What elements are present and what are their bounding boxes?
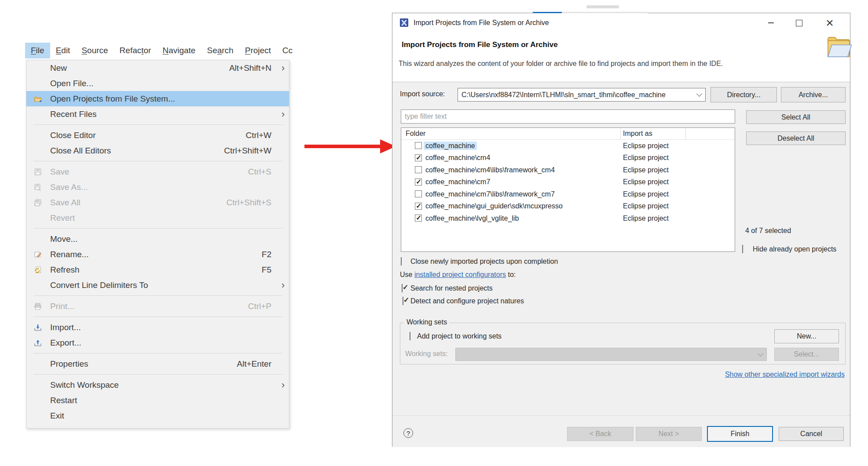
help-icon[interactable]	[403, 428, 413, 438]
submenu-arrow-icon	[275, 381, 285, 390]
menu-item[interactable]: Exit	[26, 408, 289, 423]
project-checkbox[interactable]	[415, 203, 422, 210]
table-header[interactable]: Folder Import as	[401, 128, 735, 140]
maximize-button[interactable]	[791, 16, 806, 30]
menu-item[interactable]	[33, 124, 283, 125]
menu-item-shortcut: Ctrl+W	[245, 131, 275, 140]
table-row[interactable]: coffee_machine\cm4\libs\framework_cm4 Ec…	[401, 164, 735, 176]
menubar-item[interactable]: Refactor	[114, 43, 157, 58]
select-all-button[interactable]: Select All	[746, 110, 846, 124]
menubar-item[interactable]: Cc	[277, 43, 298, 58]
menu-item-label: Save All	[50, 198, 81, 208]
menu-item[interactable]: Revert	[26, 210, 289, 226]
installed-configurators-link[interactable]: installed project configurators	[414, 271, 506, 278]
menu-item-label: Close All Editors	[50, 146, 111, 156]
menubar-item[interactable]: Navigate	[157, 43, 201, 58]
menu-item[interactable]: Open File...	[26, 76, 289, 91]
close-button[interactable]	[822, 16, 837, 30]
project-folder-cell: coffee_machine\cm7	[425, 178, 490, 186]
menu-item[interactable]: Move...	[26, 231, 289, 247]
menu-item[interactable]: Open Projects from File System...	[26, 91, 289, 106]
import-source-combo[interactable]: C:\Users\nxf88472\Intern\TLHMI\sln_smart…	[458, 88, 706, 102]
project-import-as-cell: Eclipse project	[623, 166, 669, 174]
menu-item[interactable]: Rename... F2	[26, 247, 289, 262]
minimize-button[interactable]	[763, 16, 778, 30]
dialog-titlebar[interactable]: Import Projects from File System or Arch…	[392, 13, 850, 32]
search-nested-checkbox[interactable]	[402, 284, 403, 292]
table-row[interactable]: coffee_machine\lvgl_vglite_lib Eclipse p…	[401, 212, 735, 225]
column-header-import-as[interactable]: Import as	[623, 130, 652, 138]
table-row[interactable]: coffee_machine\cm4 Eclipse project	[401, 152, 735, 164]
background-window-fragment	[586, 5, 619, 8]
table-row[interactable]: coffee_machine\cm7\libs\framework_cm7 Ec…	[401, 188, 735, 200]
menu-item-shortcut: F5	[262, 265, 275, 275]
menu-item[interactable]: Save All Ctrl+Shift+S	[26, 195, 289, 210]
menu-item-label: Open File...	[50, 79, 93, 88]
menu-item[interactable]	[33, 374, 283, 375]
menubar-item[interactable]: Edit	[50, 43, 76, 58]
menu-item[interactable]	[33, 228, 283, 229]
menu-item[interactable]: Export...	[26, 335, 289, 350]
menu-item-label: Export...	[50, 338, 81, 348]
other-wizards-link[interactable]: Show other specialized import wizards	[725, 371, 845, 379]
menu-item[interactable]	[33, 353, 283, 353]
cancel-button[interactable]: Cancel	[779, 427, 844, 441]
selection-summary: 4 of 7 selected	[745, 227, 791, 235]
menu-item-shortcut: Alt+Shift+N	[229, 63, 275, 73]
column-header-folder[interactable]: Folder	[406, 130, 425, 138]
menubar-item-pre: Cc	[282, 46, 293, 55]
archive-button[interactable]: Archive...	[781, 87, 846, 102]
table-row[interactable]: coffee_machine Eclipse project	[401, 140, 735, 152]
menu-item[interactable]: Properties Alt+Enter	[26, 356, 289, 371]
project-checkbox[interactable]	[415, 215, 422, 222]
menu-item[interactable]	[33, 317, 283, 317]
menu-item[interactable]: Close Editor Ctrl+W	[26, 127, 289, 143]
menu-item[interactable]: Restart	[26, 393, 289, 408]
menubar-item[interactable]: Source	[76, 43, 114, 58]
menubar-item[interactable]: File	[25, 43, 50, 58]
menu-item[interactable]: Refresh F5	[26, 262, 289, 277]
menu-item-icon	[33, 360, 42, 368]
menu-item[interactable]: Recent Files	[26, 106, 289, 122]
menu-item[interactable]: Save Ctrl+S	[26, 164, 289, 179]
menu-item-icon	[33, 110, 42, 119]
directory-button[interactable]: Directory...	[711, 87, 777, 102]
menubar-item[interactable]: Search	[201, 43, 239, 58]
finish-button[interactable]: Finish	[707, 426, 773, 442]
detect-natures-label: Detect and configure project natures	[410, 297, 524, 305]
menu-item[interactable]: Save As...	[26, 179, 289, 195]
hide-open-projects-checkbox[interactable]	[742, 245, 743, 253]
add-to-working-sets-checkbox[interactable]	[410, 332, 410, 340]
menu-item[interactable]: Import...	[26, 320, 289, 335]
project-checkbox[interactable]	[415, 178, 422, 186]
menu-item[interactable]: Switch Workspace	[26, 377, 289, 393]
submenu-arrow-icon	[275, 110, 285, 119]
table-row[interactable]: coffee_machine\cm7 Eclipse project	[401, 176, 735, 189]
menu-item-icon	[33, 250, 42, 259]
close-newly-imported-checkbox[interactable]	[401, 257, 402, 266]
projects-table[interactable]: Folder Import as coffee_machine Eclipse …	[401, 127, 735, 252]
add-to-working-sets-label: Add project to working sets	[417, 332, 502, 340]
project-checkbox[interactable]	[415, 166, 422, 173]
project-checkbox[interactable]	[415, 190, 422, 197]
menubar-item-post: avigate	[168, 46, 195, 55]
menubar-item[interactable]: Project	[239, 43, 277, 58]
chevron-down-icon	[696, 91, 702, 97]
menu-item[interactable]: Convert Line Delimiters To	[26, 277, 289, 293]
menu-item[interactable]	[33, 161, 283, 161]
project-checkbox[interactable]	[415, 142, 422, 149]
project-checkbox[interactable]	[415, 154, 422, 161]
table-row[interactable]: coffee_machine\gui_guider\sdk\mcuxpresso…	[401, 200, 735, 213]
new-working-set-button[interactable]: New...	[774, 329, 839, 343]
detect-natures-checkbox[interactable]	[403, 297, 403, 305]
menubar-item-mnemonic: E	[56, 46, 62, 55]
close-newly-imported-label: Close newly imported projects upon compl…	[410, 258, 558, 266]
deselect-all-button[interactable]: Deselect All	[746, 131, 846, 145]
menu-item[interactable]	[33, 295, 283, 296]
menu-item-shortcut: Ctrl+S	[248, 167, 275, 177]
menu-item[interactable]: New Alt+Shift+N	[26, 60, 289, 76]
menubar-item-post: rch	[222, 46, 233, 55]
filter-input[interactable]	[401, 109, 735, 124]
menu-item[interactable]: Close All Editors Ctrl+Shift+W	[26, 143, 289, 158]
menu-item[interactable]: Print... Ctrl+P	[26, 299, 289, 314]
